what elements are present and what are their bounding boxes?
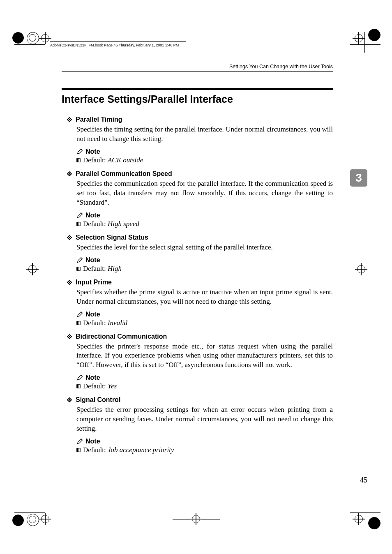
registration-mark-icon [27,514,39,526]
crop-mark-icon [39,513,51,525]
box-bullet-icon [76,222,81,226]
pencil-icon [76,148,83,155]
diamond-bullet-icon [67,117,72,122]
diamond-bullet-icon [67,397,72,403]
setting-item: Bidirectional CommunicationSpecifies the… [62,333,333,391]
crop-mark-icon [353,513,365,525]
crop-line [350,44,380,45]
crop-line [14,44,45,45]
setting-item: Input PrimeSpecifies whether the prime s… [62,279,333,327]
box-bullet-icon [76,384,81,388]
box-bullet-icon [76,321,81,325]
diamond-bullet-icon [67,171,72,177]
pencil-icon [76,438,83,445]
heading-rule [62,88,333,90]
page-content: Settings You Can Change with the User To… [62,64,333,460]
setting-description: Specifies the error processing settings … [76,405,333,434]
setting-description: Specifies the communication speed for th… [76,179,333,208]
crop-mark-icon [353,32,365,44]
section-title: Interface Settings/Parallel Interface [62,93,333,105]
default-label: Default: [83,265,108,272]
note-label: Note [85,256,100,264]
pencil-icon [76,374,83,381]
note-heading: Note [76,374,333,381]
setting-heading: Signal Control [67,396,333,404]
default-value: Yes [108,382,117,390]
setting-title: Input Prime [76,279,112,286]
registration-mark-icon [12,32,24,44]
default-value: Job acceptance priority [108,446,174,454]
default-label: Default: [83,220,108,228]
crop-line [173,519,220,519]
setting-heading: Input Prime [67,279,333,286]
note-body: Default: High [76,265,333,273]
setting-heading: Parallel Timing [67,116,333,123]
note-body: Default: Yes [76,382,333,390]
note-body: Default: High speed [76,220,333,228]
diamond-bullet-icon [67,235,72,240]
box-bullet-icon [76,448,81,452]
crop-line [364,32,365,53]
note-label: Note [85,311,100,318]
setting-title: Parallel Communication Speed [76,170,172,178]
registration-mark-icon [368,517,380,529]
diamond-bullet-icon [67,334,72,339]
setting-description: Specifies the level for the select signa… [76,243,333,252]
setting-heading: Bidirectional Communication [67,333,333,340]
note-heading: Note [76,256,333,264]
note-body: Default: Invalid [76,319,333,327]
setting-heading: Selection Signal Status [67,234,333,241]
setting-description: Specifies whether the prime signal is ac… [76,288,333,307]
setting-item: Parallel TimingSpecifies the timing sett… [62,116,333,164]
running-header: Settings You Can Change with the User To… [62,64,333,72]
setting-title: Parallel Timing [76,116,122,123]
note-label: Note [85,438,100,445]
pencil-icon [76,311,83,318]
setting-description: Specifies the printer's response mode et… [76,342,333,370]
default-value: ACK outside [108,156,143,164]
crop-mark-icon [26,263,39,275]
crop-mark-icon [39,32,51,44]
registration-mark-icon [27,32,39,44]
note-heading: Note [76,438,333,445]
setting-title: Signal Control [76,396,120,404]
chapter-tab: 3 [350,169,367,187]
crop-mark-icon [355,263,367,275]
book-header: AdonisC2-sysEN122F_FM.book Page 45 Thurs… [50,41,186,47]
note-heading: Note [76,311,333,318]
setting-item: Parallel Communication SpeedSpecifies th… [62,170,333,228]
setting-title: Bidirectional Communication [76,333,167,340]
setting-title: Selection Signal Status [76,234,148,241]
setting-item: Signal ControlSpecifies the error proces… [62,396,333,454]
note-heading: Note [76,148,333,155]
setting-item: Selection Signal StatusSpecifies the lev… [62,234,333,273]
default-label: Default: [83,156,108,164]
pencil-icon [76,212,83,219]
box-bullet-icon [76,267,81,271]
default-label: Default: [83,319,108,327]
registration-mark-icon [12,515,24,526]
page-number: 45 [360,476,367,485]
box-bullet-icon [76,158,81,162]
note-label: Note [85,212,100,219]
note-heading: Note [76,212,333,219]
note-label: Note [85,374,100,381]
note-label: Note [85,148,100,155]
setting-description: Specifies the timing setting for the par… [76,125,333,144]
default-label: Default: [83,382,108,390]
crop-line [14,512,45,513]
default-value: Invalid [108,319,127,327]
pencil-icon [76,257,83,263]
note-body: Default: ACK outside [76,156,333,164]
default-value: High [108,265,122,272]
registration-mark-icon [368,29,380,41]
setting-heading: Parallel Communication Speed [67,170,333,178]
diamond-bullet-icon [67,279,72,285]
note-body: Default: Job acceptance priority [76,446,333,454]
crop-line [350,512,380,513]
default-label: Default: [83,446,108,454]
default-value: High speed [108,220,139,228]
